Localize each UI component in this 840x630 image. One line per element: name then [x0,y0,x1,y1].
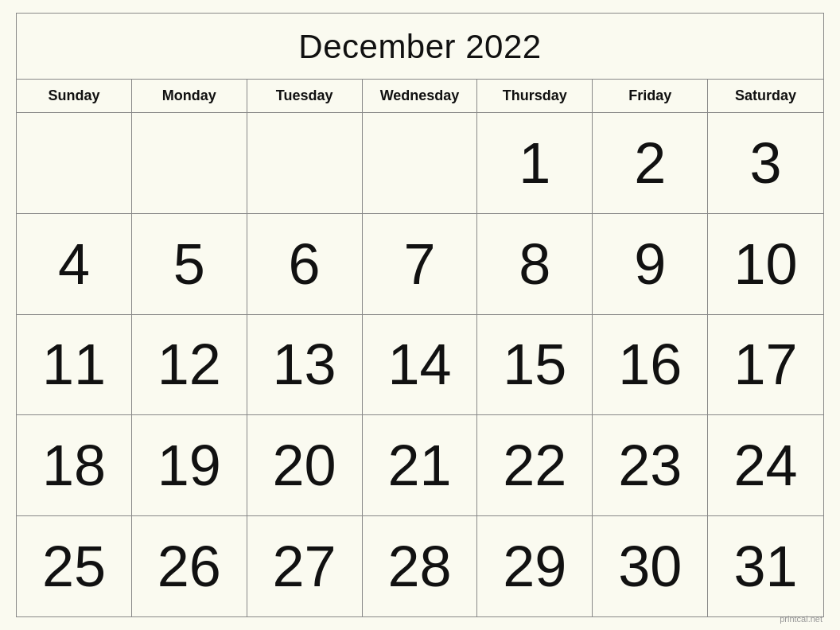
day-cell-20: 20 [247,415,363,515]
day-cell-10: 10 [708,214,823,314]
day-number-26: 26 [158,538,221,595]
week-row-1: 123 [17,113,823,214]
day-cell-1: 1 [477,113,593,213]
day-cell-15: 15 [477,315,593,415]
day-number-21: 21 [387,437,451,494]
day-cell-16: 16 [593,315,708,415]
day-number-16: 16 [618,336,682,393]
day-cell-24: 24 [708,415,823,515]
day-cell-7: 7 [363,214,478,314]
day-cell-empty-0-2 [247,113,363,213]
day-headers-row: SundayMondayTuesdayWednesdayThursdayFrid… [17,80,823,113]
day-number-27: 27 [273,538,336,595]
calendar-title: December 2022 [17,14,823,80]
day-cell-empty-0-0 [17,113,132,213]
day-cell-3: 3 [708,113,823,213]
day-number-4: 4 [58,235,90,293]
day-cell-17: 17 [708,315,823,415]
day-number-5: 5 [173,235,205,293]
day-number-28: 28 [387,538,451,595]
day-cell-8: 8 [477,214,593,314]
day-cell-30: 30 [593,516,708,616]
day-cell-2: 2 [593,113,708,213]
day-number-14: 14 [387,336,451,393]
calendar-container: December 2022 SundayMondayTuesdayWednesd… [16,13,824,617]
day-cell-31: 31 [708,516,823,616]
day-header-monday: Monday [132,80,247,112]
day-cell-6: 6 [247,214,363,314]
day-cell-26: 26 [132,516,247,616]
day-number-10: 10 [734,235,798,293]
day-number-18: 18 [42,437,106,494]
week-row-3: 11121314151617 [17,315,823,416]
day-number-24: 24 [734,437,798,494]
day-header-saturday: Saturday [708,80,823,112]
day-header-friday: Friday [593,80,708,112]
day-cell-25: 25 [17,516,132,616]
week-row-2: 45678910 [17,214,823,315]
day-number-23: 23 [618,437,682,494]
day-number-1: 1 [519,134,550,192]
day-cell-29: 29 [477,516,593,616]
day-number-15: 15 [503,336,566,393]
weeks-container: 1234567891011121314151617181920212223242… [17,113,823,616]
day-cell-22: 22 [477,415,593,515]
week-row-4: 18192021222324 [17,415,823,516]
day-number-25: 25 [42,538,106,595]
day-number-17: 17 [734,336,798,393]
day-cell-19: 19 [132,415,247,515]
day-cell-21: 21 [363,415,478,515]
day-number-3: 3 [750,134,782,192]
day-number-12: 12 [158,336,221,393]
day-cell-12: 12 [132,315,247,415]
day-cell-28: 28 [363,516,478,616]
day-header-thursday: Thursday [477,80,593,112]
day-cell-23: 23 [593,415,708,515]
day-cell-5: 5 [132,214,247,314]
day-cell-4: 4 [17,214,132,314]
week-row-5: 25262728293031 [17,516,823,616]
day-number-29: 29 [503,538,566,595]
day-number-13: 13 [273,336,336,393]
day-number-2: 2 [634,134,666,192]
day-number-20: 20 [273,437,336,494]
day-number-11: 11 [42,336,106,393]
day-cell-18: 18 [17,415,132,515]
day-number-22: 22 [503,437,566,494]
day-cell-11: 11 [17,315,132,415]
day-number-7: 7 [403,235,435,293]
day-cell-empty-0-3 [363,113,478,213]
day-cell-14: 14 [363,315,478,415]
day-number-30: 30 [618,538,682,595]
watermark-label: printcal.net [780,614,822,624]
day-cell-empty-0-1 [132,113,247,213]
day-number-6: 6 [289,235,321,293]
day-cell-9: 9 [593,214,708,314]
day-header-sunday: Sunday [17,80,132,112]
day-number-9: 9 [634,235,666,293]
day-number-8: 8 [519,235,550,293]
day-cell-27: 27 [247,516,363,616]
calendar-grid: SundayMondayTuesdayWednesdayThursdayFrid… [17,80,823,616]
day-cell-13: 13 [247,315,363,415]
day-number-19: 19 [158,437,221,494]
day-header-wednesday: Wednesday [363,80,478,112]
day-number-31: 31 [734,538,798,595]
day-header-tuesday: Tuesday [247,80,363,112]
